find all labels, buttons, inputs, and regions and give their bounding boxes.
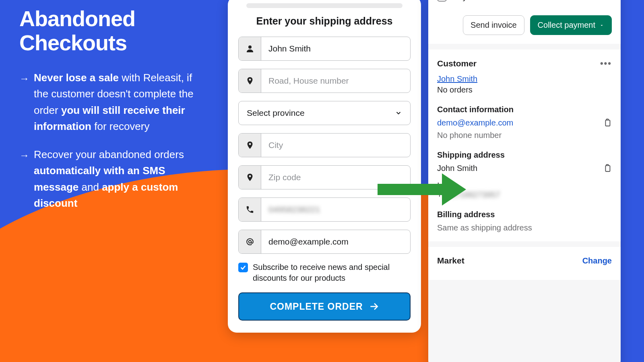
pin-icon [239,69,261,93]
province-select[interactable]: Select province [238,101,411,125]
contact-email-link[interactable]: demo@example.com [437,118,513,128]
name-field[interactable] [238,37,411,61]
svg-rect-4 [605,166,610,172]
subscribe-checkbox[interactable]: Subscribe to receive news and special di… [238,262,411,284]
checkbox-checked-icon [238,263,248,272]
address-input[interactable] [261,69,410,93]
arrow-right-icon [369,301,379,312]
collect-payment-label: Collect payment [538,21,595,30]
person-icon [239,37,261,60]
shipping-name: John Smith [437,164,477,173]
collect-payment-button[interactable]: Collect payment [530,15,612,35]
arrow-icon: → [19,148,29,163]
email-field[interactable] [238,230,411,254]
province-placeholder: Select province [247,108,305,118]
address-field[interactable] [238,69,411,93]
email-input[interactable] [261,230,410,253]
more-icon[interactable]: ••• [600,58,612,69]
pin-icon [239,166,261,189]
checkout-card: Enter your shipping address Select provi… [228,0,421,333]
shipping-phone-prefix: +91 [437,190,451,199]
complete-order-button[interactable]: COMPLETE ORDER [238,292,411,321]
chevron-down-icon [395,109,402,117]
checkbox-empty-icon [437,0,447,2]
bullet-1-text-2: for recovery [91,120,150,132]
svg-rect-3 [605,120,610,126]
pin-icon [239,134,261,157]
admin-panel: Payment due later Send invoice Collect p… [428,0,621,362]
bullet-2-text-1: Recover your abandoned orders [34,148,184,160]
name-input[interactable] [261,37,410,60]
customer-heading: Customer [437,59,477,68]
bullet-2-text-2: and [78,181,102,193]
checkout-heading: Enter your shipping address [238,15,411,27]
bullet-2: → Recover your abandoned orders automati… [19,146,204,211]
market-heading: Market [437,256,464,265]
zip-input[interactable] [261,166,410,189]
zip-field[interactable] [238,165,411,189]
subscribe-label: Subscribe to receive news and special di… [253,262,411,284]
city-field[interactable] [238,133,411,157]
customer-name-link[interactable]: John Smith [437,74,477,83]
payment-due-later-label: Payment due later [452,0,521,2]
market-card: Market Change [428,247,621,280]
marketing-copy: Abandoned Checkouts → Never lose a sale … [19,6,204,223]
payment-section: Payment due later Send invoice Collect p… [428,0,621,44]
phone-field[interactable] [238,197,411,222]
shipping-phone-masked: 07188273957 [451,190,500,200]
billing-value: Same as shipping address [437,223,612,232]
contact-phone-hint: No phone number [437,131,612,140]
city-input[interactable] [261,134,410,157]
shipping-country: India [437,181,612,190]
market-change-link[interactable]: Change [582,256,612,265]
shipping-phone: +9107188273957 [437,190,612,200]
at-icon [239,230,261,253]
send-invoice-button[interactable]: Send invoice [463,15,524,35]
phone-input[interactable] [261,198,410,221]
payment-due-later-checkbox[interactable]: Payment due later [437,0,612,2]
billing-heading: Billing address [437,210,612,219]
bullet-1: → Never lose a sale with Releasit, if th… [19,70,204,134]
caret-down-icon [599,23,604,28]
phone-icon [239,198,261,221]
customer-orders: No orders [437,85,612,95]
complete-order-label: COMPLETE ORDER [270,301,363,312]
customer-card: Customer ••• John Smith No orders Contac… [428,49,621,241]
drag-handle [246,3,402,8]
shipping-heading: Shipping address [437,150,612,160]
contact-heading: Contact information [437,105,612,114]
svg-point-0 [248,45,252,49]
arrow-icon: → [19,71,29,86]
bullet-1-bold-1: Never lose a sale [34,72,119,84]
clipboard-icon[interactable] [603,118,612,127]
clipboard-icon[interactable] [603,164,612,173]
page-title: Abandoned Checkouts [19,6,204,55]
